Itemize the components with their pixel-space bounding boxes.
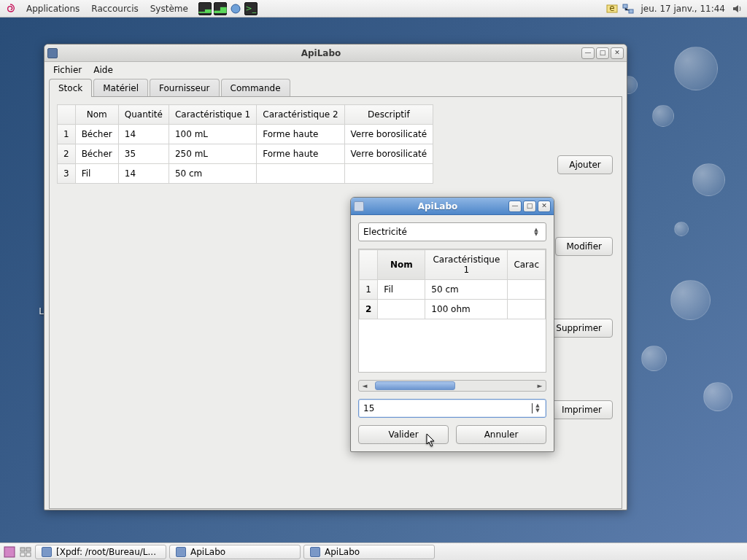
table-row[interactable]: 1Bécher14100 mLForme hauteVerre borosili… [58,125,433,144]
horizontal-scrollbar[interactable]: ◄ ► [358,380,546,392]
titlebar[interactable]: ApiLabo — □ ✕ [44,44,627,62]
dialog-title: ApiLabo [368,201,507,211]
scroll-right-icon[interactable]: ► [534,382,546,389]
taskbar-item[interactable]: ApiLabo [169,545,301,559]
network-icon[interactable] [622,2,635,15]
col-descriptif[interactable]: Descriptif [344,105,433,125]
add-button[interactable]: Ajouter [557,155,613,174]
tab-fournisseur[interactable]: Fournisseur [150,79,220,97]
scroll-thumb[interactable] [375,381,455,390]
minimize-button[interactable]: — [581,47,595,59]
tab-stock[interactable]: Stock [49,79,92,97]
svg-rect-5 [4,547,15,557]
tab-bar: Stock Matériel Fournisseur Commande [44,78,627,96]
spinner-buttons-icon[interactable]: ▲▼ [533,403,543,413]
col-nom[interactable]: Nom [75,105,118,125]
svg-point-0 [231,4,240,13]
svg-rect-8 [20,553,25,556]
maximize-button[interactable]: □ [523,201,536,212]
bottom-panel: [Xpdf: /root/Bureau/L... ApiLabo ApiLabo [0,542,747,560]
dialog-window: ApiLabo — □ ✕ Electricité ▲▼ Nom Caracté… [350,197,554,452]
app-icon [47,48,58,58]
dialog-titlebar[interactable]: ApiLabo — □ ✕ [351,198,554,215]
sysmon-icon[interactable]: ▂▅ [214,2,227,15]
terminal-icon[interactable]: >_ [244,2,258,15]
close-button[interactable]: ✕ [611,47,624,59]
panel-menu-systeme[interactable]: Système [144,0,194,18]
print-button[interactable]: Imprimer [551,400,613,419]
category-combo[interactable]: Electricité ▲▼ [358,222,546,241]
sysmon-icon[interactable]: ▁▃ [198,2,212,15]
show-desktop-icon[interactable] [3,545,16,559]
panel-menu-applications[interactable]: Applications [20,0,85,18]
col-quantite[interactable]: Quantité [118,105,169,125]
clock[interactable]: jeu. 17 janv., 11:44 [638,0,728,18]
debian-swirl-icon [4,3,16,15]
svg-rect-3 [623,4,627,8]
volume-icon[interactable] [731,2,744,15]
menu-fichier[interactable]: Fichier [47,63,88,77]
close-button[interactable]: ✕ [538,201,551,212]
minimize-button[interactable]: — [508,201,522,212]
tab-commande[interactable]: Commande [221,79,290,97]
col-c2[interactable]: Caractéristique 2 [257,105,344,125]
table-row[interactable]: 3Fil1450 cm [58,164,433,184]
dialog-table[interactable]: Nom Caractéristique 1 Carac 1Fil50 cm2Ré… [359,249,546,319]
scroll-left-icon[interactable]: ◄ [359,382,371,389]
window-list-icon[interactable] [19,545,32,559]
dcol-c2[interactable]: Carac [508,250,546,280]
tab-materiel[interactable]: Matériel [93,79,148,97]
dialog-table-wrap: Nom Caractéristique 1 Carac 1Fil50 cm2Ré… [358,249,546,373]
table-row[interactable]: 2Bécher35250 mLForme hauteVerre borosili… [58,144,433,164]
combo-stepper-icon: ▲▼ [531,228,541,236]
svg-rect-7 [26,548,31,551]
app-icon [354,201,364,211]
stock-table[interactable]: Nom Quantité Caractéristique 1 Caractéri… [57,104,433,184]
app-icon [310,547,320,557]
table-row[interactable]: 2Résistor100 ohm [360,300,546,319]
maximize-button[interactable]: □ [596,47,609,59]
quantity-spinner[interactable]: ▲▼ [358,399,546,418]
category-value: Electricité [363,227,407,237]
edit-button[interactable]: Modifier [555,237,613,256]
top-panel: Applications Raccourcis Système ▁▃ ▂▅ >_… [0,0,747,18]
svg-rect-9 [26,553,31,556]
svg-text:e: e [610,3,615,13]
menubar: Fichier Aide [44,62,627,78]
xpdf-icon [42,547,52,557]
taskbar-item[interactable]: [Xpdf: /root/Bureau/L... [35,545,166,559]
panel-menu-raccourcis[interactable]: Raccourcis [85,0,144,18]
quantity-input[interactable] [362,403,531,413]
row-number-header [58,105,76,125]
window-title: ApiLabo [62,48,580,58]
table-row[interactable]: 1Fil50 cm [360,280,546,300]
svg-rect-6 [20,548,25,551]
cancel-button[interactable]: Annuler [456,425,546,444]
dcol-c1[interactable]: Caractéristique 1 [425,250,508,280]
col-c1[interactable]: Caractéristique 1 [169,105,256,125]
menu-aide[interactable]: Aide [88,63,119,77]
tray-icon[interactable]: e [605,2,619,15]
taskbar-item[interactable]: ApiLabo [303,545,435,559]
delete-button[interactable]: Supprimer [545,319,613,338]
app-icon [176,547,186,557]
dcol-nom[interactable]: Nom [378,250,425,280]
validate-button[interactable]: Valider [358,425,449,444]
browser-icon[interactable] [229,2,242,15]
